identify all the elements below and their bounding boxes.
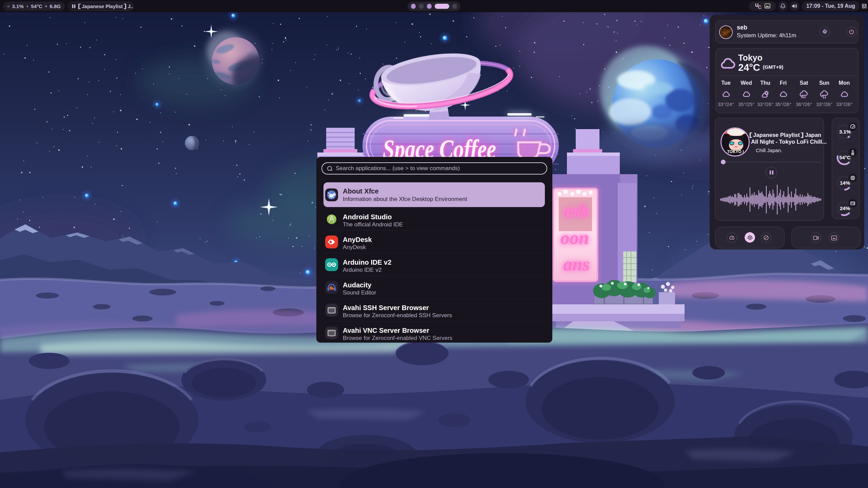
svg-text:ans: ans [563, 254, 590, 274]
svg-text:oon: oon [560, 228, 589, 248]
svg-text:24%: 24% [840, 205, 850, 211]
svg-text:14%: 14% [840, 180, 850, 186]
svg-text:3.1%: 3.1% [839, 129, 851, 135]
svg-text:54°C: 54°C [839, 155, 851, 160]
svg-text:esh: esh [564, 201, 589, 221]
